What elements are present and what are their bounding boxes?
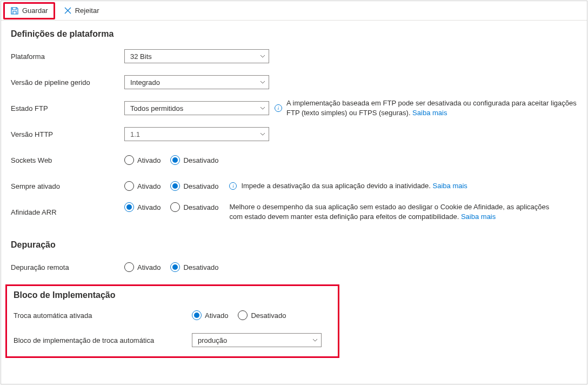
autoswap-row: Troca automática ativada Ativado Desativ…: [14, 307, 331, 324]
ftp-row: Estado FTP Todos permitidos i A implemen…: [11, 97, 577, 119]
autoswap-slot-value: produção: [198, 336, 227, 344]
alwayson-label: Sempre ativado: [11, 182, 124, 190]
http-label: Versão HTTP: [11, 130, 124, 138]
chevron-down-icon: [260, 79, 265, 85]
alwayson-learn-more-link[interactable]: Saiba mais: [433, 182, 467, 190]
platform-label: Plataforma: [11, 52, 124, 61]
ftp-learn-more-link[interactable]: Saiba mais: [412, 109, 447, 117]
pipeline-value: Integrado: [130, 78, 160, 87]
sockets-on-radio[interactable]: Ativado: [124, 155, 161, 165]
save-icon: [10, 6, 19, 15]
chevron-down-icon: [260, 54, 265, 59]
http-select[interactable]: 1.1: [124, 127, 269, 141]
platform-value: 32 Bits: [130, 52, 152, 61]
autoswap-on-radio[interactable]: Ativado: [192, 310, 228, 320]
arr-info-text: Melhore o desempenho da sua aplicação se…: [229, 202, 564, 221]
debug-section: Depuração Depuração remota Ativado Desat…: [1, 227, 587, 278]
sockets-label: Sockets Web: [11, 156, 124, 164]
page-container: Guardar Rejeitar Definições de plataform…: [1, 1, 587, 384]
ftp-label: Estado FTP: [11, 104, 124, 112]
autoswap-radio-group: Ativado Desativado: [192, 310, 286, 320]
arr-row: Afinidade ARR Ativado Desativado Melhore…: [11, 201, 577, 223]
slot-title: Bloco de Implementação: [14, 290, 331, 300]
autoswap-slot-select[interactable]: produção: [192, 333, 322, 347]
alwayson-off-radio[interactable]: Desativado: [170, 181, 218, 191]
platform-row: Plataforma 32 Bits: [11, 45, 577, 67]
ftp-select[interactable]: Todos permitidos: [124, 101, 269, 115]
platform-section: Definições de plataforma Plataforma 32 B…: [1, 21, 587, 223]
alwayson-row: Sempre ativado Ativado Desativado i Impe…: [11, 175, 577, 197]
pipeline-label: Versão de pipeline gerido: [11, 78, 124, 87]
sockets-radio-group: Ativado Desativado: [124, 155, 218, 165]
pipeline-row: Versão de pipeline gerido Integrado: [11, 71, 577, 93]
pipeline-select[interactable]: Integrado: [124, 75, 269, 89]
alwayson-on-radio[interactable]: Ativado: [124, 181, 161, 191]
sockets-row: Sockets Web Ativado Desativado: [11, 149, 577, 171]
arr-radio-group: Ativado Desativado: [124, 202, 218, 212]
save-label: Guardar: [22, 6, 48, 15]
info-icon: i: [229, 182, 237, 190]
remote-debug-off-radio[interactable]: Desativado: [170, 262, 218, 272]
http-row: Versão HTTP 1.1: [11, 123, 577, 145]
platform-title: Definições de plataforma: [11, 29, 577, 39]
remote-debug-on-radio[interactable]: Ativado: [124, 262, 161, 272]
deployment-slot-highlight: Bloco de Implementação Troca automática …: [5, 284, 339, 358]
alwayson-info-wrap: i Impede a desativação da sua aplicação …: [229, 181, 467, 191]
arr-off-radio[interactable]: Desativado: [170, 202, 218, 212]
save-highlight: Guardar: [3, 2, 55, 19]
autoswap-label: Troca automática ativada: [14, 311, 192, 320]
arr-label: Afinidade ARR: [11, 208, 124, 216]
ftp-info-text: A implementação baseada em FTP pode ser …: [286, 98, 577, 117]
autoswap-slot-label: Bloco de implementação de troca automáti…: [14, 336, 192, 344]
save-button[interactable]: Guardar: [5, 4, 54, 17]
alwayson-info-text: Impede a desativação da sua aplicação de…: [241, 181, 467, 191]
platform-select[interactable]: 32 Bits: [124, 49, 269, 63]
debug-title: Depuração: [11, 240, 577, 250]
toolbar: Guardar Rejeitar: [1, 1, 587, 21]
close-icon: [64, 6, 72, 15]
remote-debug-radio-group: Ativado Desativado: [124, 262, 218, 272]
autoswap-off-radio[interactable]: Desativado: [238, 310, 286, 320]
arr-on-radio[interactable]: Ativado: [124, 202, 161, 212]
arr-info-wrap: Melhore o desempenho da sua aplicação se…: [229, 202, 564, 221]
discard-button[interactable]: Rejeitar: [58, 4, 105, 17]
info-icon: i: [275, 104, 282, 112]
arr-learn-more-link[interactable]: Saiba mais: [461, 213, 496, 221]
remote-debug-label: Depuração remota: [11, 263, 124, 271]
ftp-info-wrap: i A implementação baseada em FTP pode se…: [275, 98, 577, 117]
chevron-down-icon: [312, 337, 318, 343]
autoswap-slot-row: Bloco de implementação de troca automáti…: [14, 331, 331, 349]
remote-debug-row: Depuração remota Ativado Desativado: [11, 256, 577, 278]
ftp-value: Todos permitidos: [130, 104, 183, 112]
discard-label: Rejeitar: [75, 6, 99, 15]
sockets-off-radio[interactable]: Desativado: [170, 155, 218, 165]
chevron-down-icon: [260, 131, 265, 137]
chevron-down-icon: [260, 105, 265, 111]
http-value: 1.1: [130, 130, 140, 138]
alwayson-radio-group: Ativado Desativado: [124, 181, 218, 191]
